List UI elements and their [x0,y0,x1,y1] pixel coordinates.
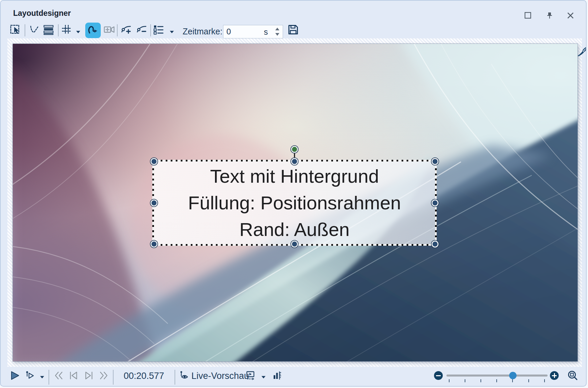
preview-monitor-button[interactable] [246,370,256,381]
preview-canvas[interactable]: Text mit Hintergrund Füllung: Positionsr… [13,44,578,361]
zoom-in-button[interactable] [550,371,559,380]
zoom-slider-thumb[interactable] [509,372,517,379]
resize-handle-n[interactable] [291,158,298,165]
slider-tick [544,379,545,382]
zoom-fit-button[interactable] [567,370,577,380]
stage-area: Text mit Hintergrund Füllung: Positionsr… [7,38,582,367]
text-line: Füllung: Positionsrahmen [188,189,401,216]
motion-path-button[interactable] [85,23,101,38]
live-preview-label: Live-Vorschau [191,371,249,381]
remove-keypoint-button[interactable] [135,23,148,38]
zeitmarke-unit: s [264,27,268,37]
separator [113,370,114,385]
play-from-marker-icon [25,376,35,382]
render-stats-icon [272,376,282,382]
keyframe-list-button[interactable] [152,23,165,38]
camera-pan-button[interactable] [102,23,116,38]
spinner-down-icon[interactable] [275,33,279,36]
resize-handle-sw[interactable] [151,241,158,248]
zeitmarke-spinner[interactable] [274,27,280,37]
layoutdesigner-window: Layoutdesigner [0,0,587,387]
separator [117,24,118,36]
titlebar: Layoutdesigner [1,1,586,22]
preview-monitor-icon [246,376,256,382]
curve-tool-button[interactable] [28,23,41,38]
zoom-fit-icon [567,376,578,382]
add-keypoint-button[interactable] [119,23,133,38]
resize-handle-s[interactable] [291,241,298,248]
transport-bar: 00:20.577 Live-Vorschau [1,367,586,387]
resize-handle-ne[interactable] [432,158,439,165]
zeitmarke-label: Zeitmarke: [183,27,222,36]
skip-to-start-icon [54,376,64,382]
grid-button[interactable] [60,23,73,38]
brush-icon[interactable] [577,47,587,57]
slider-tick [496,379,497,382]
add-keypoint-icon [120,24,132,37]
rotation-handle[interactable] [291,146,298,153]
resize-handle-e[interactable] [432,199,439,206]
text-line: Text mit Hintergrund [210,163,379,189]
close-button[interactable] [566,11,575,20]
camera-pan-icon [103,24,115,37]
maximize-button[interactable] [524,11,532,20]
separator [58,24,59,36]
spinner-up-icon[interactable] [275,28,279,30]
play-button[interactable] [10,370,20,381]
zeitmarke-field: s [223,25,283,38]
zoom-slider-track[interactable] [446,375,548,377]
resize-handle-nw[interactable] [151,158,158,165]
save-icon [287,24,299,37]
text-object-content: Text mit Hintergrund Füllung: Positionsr… [154,161,435,244]
slider-tick [465,379,465,382]
step-forward-icon [84,376,94,382]
play-icon [10,376,20,382]
skip-to-start-button[interactable] [54,370,64,381]
separator [150,24,151,36]
tracks-button[interactable] [42,23,55,38]
separator [49,370,49,385]
skip-to-end-icon [99,376,109,382]
remove-keypoint-icon [136,24,147,37]
pin-button[interactable] [545,11,554,20]
slider-tick [528,379,529,382]
resize-handle-w[interactable] [151,199,158,206]
keyframe-list-chevron[interactable] [169,29,174,32]
pin-eye-icon [179,376,189,382]
keyframe-list-icon [153,24,164,37]
text-object[interactable]: Text mit Hintergrund Füllung: Positionsr… [152,160,437,246]
tracks-icon [43,24,54,37]
zeitmarke-input[interactable] [223,25,267,38]
step-back-icon [68,376,79,382]
zoom-out-button[interactable] [434,371,443,380]
curve-tool-icon [29,24,40,37]
separator [175,370,175,385]
resize-handle-se[interactable] [432,241,439,248]
playback-options-chevron[interactable] [40,374,44,378]
select-tool-button[interactable] [8,23,22,38]
render-stats-button[interactable] [272,370,282,381]
play-from-marker-button[interactable] [25,370,35,381]
live-preview-toggle[interactable] [179,370,189,381]
grid-icon [61,24,72,37]
slider-tick [449,379,450,382]
pin-icon [545,15,554,21]
select-tool-icon [9,24,21,37]
step-back-button[interactable] [68,370,79,381]
separator [25,24,25,36]
grid-options-chevron[interactable] [76,29,81,32]
close-icon [566,15,575,21]
slider-tick [481,379,481,382]
window-title: Layoutdesigner [13,9,71,18]
maximize-icon [524,15,532,21]
motion-path-icon [87,24,99,37]
text-line: Rand: Außen [240,216,350,243]
skip-to-end-button[interactable] [99,370,109,381]
toolbar: Zeitmarke: s [1,22,586,39]
save-button[interactable] [286,23,300,38]
step-forward-button[interactable] [84,370,94,381]
preview-options-chevron[interactable] [261,374,266,378]
time-display: 00:20.577 [122,371,166,381]
slider-tick [512,379,513,382]
